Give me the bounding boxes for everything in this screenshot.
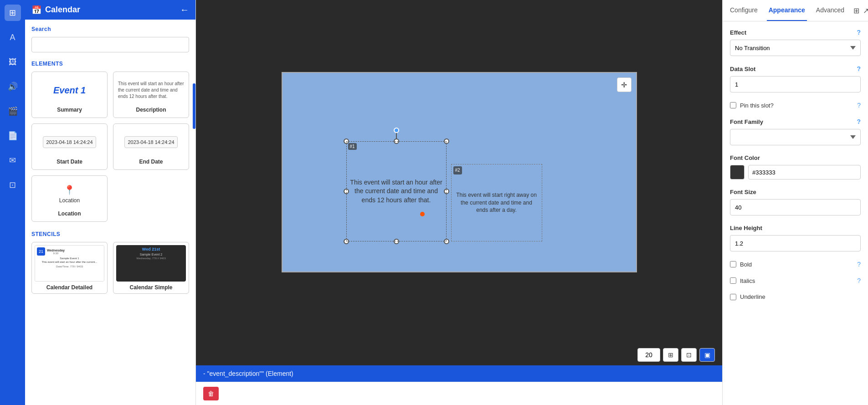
description-preview: This event will start an hour after the …	[118, 81, 184, 100]
selected-element[interactable]: #1 This event will start an hour after t…	[346, 141, 447, 241]
element-text-2: This event will start right away on the …	[456, 191, 537, 214]
bold-help-icon[interactable]: ?	[857, 261, 861, 268]
effect-help-icon[interactable]: ?	[857, 29, 861, 36]
sidebar: 📅 Calendar ← Search ELEMENTS Event 1 Sum…	[25, 0, 196, 405]
stencil-calendar-simple[interactable]: Wed 21st Sample Event 2 Wednesday, 778 /…	[113, 242, 189, 294]
pin-slot-help-icon[interactable]: ?	[857, 102, 861, 109]
delete-button[interactable]: 🗑	[203, 387, 219, 400]
icon-bar-page[interactable]: 📄	[5, 128, 21, 144]
pin-slot-row: Pin this slot? ?	[730, 102, 861, 109]
stencil-calendar-detailed[interactable]: 21 Wednesday 9:30 Sample Event 1This eve…	[31, 242, 108, 294]
stencils-grid: 21 Wednesday 9:30 Sample Event 1This eve…	[31, 242, 189, 294]
pin-slot-label: Pin this slot?	[740, 102, 853, 109]
italics-checkbox[interactable]	[730, 277, 736, 284]
search-input[interactable]	[31, 37, 189, 52]
tab-appearance[interactable]: Appearance	[767, 0, 807, 21]
location-preview: 📍 Location	[59, 185, 80, 204]
underline-label: Underline	[740, 293, 861, 300]
scroll-indicator	[193, 83, 195, 129]
grid-view-button[interactable]: ⊞	[663, 348, 678, 362]
pin-slot-checkbox[interactable]	[730, 102, 736, 108]
elements-grid: Event 1 Summary This event will start an…	[31, 72, 189, 222]
full-view-button[interactable]: ▣	[699, 348, 715, 362]
end-date-preview: 2023-04-18 14:24:24	[124, 136, 177, 148]
font-color-row	[730, 165, 861, 179]
element-end-date[interactable]: 2023-04-18 14:24:24 End Date	[113, 123, 189, 170]
move-handle[interactable]: ✛	[617, 77, 632, 92]
start-date-label: Start Date	[56, 159, 82, 165]
line-height-input[interactable]	[730, 235, 861, 251]
icon-bar-send[interactable]: ✉	[5, 152, 21, 169]
font-size-label: Font Size	[730, 189, 756, 195]
zoom-input[interactable]	[637, 348, 660, 362]
italics-label: Italics	[740, 277, 853, 284]
element-start-date[interactable]: 2023-04-18 14:24:24 Start Date	[31, 123, 108, 170]
font-size-input[interactable]	[730, 199, 861, 215]
font-family-select[interactable]	[730, 129, 861, 145]
selection-box	[346, 141, 447, 241]
element-summary[interactable]: Event 1 Summary	[31, 72, 108, 118]
data-slot-help-icon[interactable]: ?	[857, 65, 861, 72]
italics-help-icon[interactable]: ?	[857, 277, 861, 284]
font-color-swatch[interactable]	[730, 165, 745, 179]
status-text: - "event_description"" (Element)	[203, 370, 293, 377]
orange-dot	[420, 212, 425, 216]
canvas-bottom: ⊞ ⊡ ▣	[196, 344, 722, 365]
icon-bar: ⊞ A 🖼 🔊 🎬 📄 ✉ ⊡	[0, 0, 25, 405]
bold-checkbox[interactable]	[730, 261, 736, 267]
rotation-handle[interactable]	[394, 128, 399, 133]
element-location[interactable]: 📍 Location Location	[31, 175, 108, 222]
tab-configure[interactable]: Configure	[728, 0, 760, 21]
status-bar: - "event_description"" (Element)	[196, 365, 722, 382]
end-date-label: End Date	[139, 159, 163, 165]
right-tabs: Configure Appearance Advanced ⊞ ↗	[723, 0, 868, 21]
icon-bar-video[interactable]: 🎬	[5, 103, 21, 119]
description-label: Description	[136, 107, 166, 113]
stencil-calendar-detailed-label: Calendar Detailed	[35, 284, 104, 291]
panel-grid-icon[interactable]: ⊞	[853, 6, 859, 15]
main-area: ✛ #1 This event will start an hour after	[196, 0, 722, 405]
bold-row: Bold ?	[730, 261, 861, 268]
elements-title: ELEMENTS	[31, 61, 189, 67]
canvas[interactable]: ✛ #1 This event will start an hour after	[282, 72, 637, 272]
underline-row: Underline	[730, 293, 861, 300]
font-color-label: Font Color	[730, 154, 760, 161]
element-description[interactable]: This event will start an hour after the …	[113, 72, 189, 118]
sidebar-back-button[interactable]: ←	[180, 5, 189, 15]
summary-preview: Event 1	[53, 85, 86, 96]
data-slot-field: Data Slot ?	[730, 65, 861, 92]
font-family-field: Font Family ?	[730, 118, 861, 145]
font-size-field: Font Size	[730, 189, 861, 215]
search-label: Search	[31, 26, 189, 32]
bold-label: Bold	[740, 261, 853, 268]
calendar-icon: 📅	[31, 5, 41, 15]
icon-bar-audio[interactable]: 🔊	[5, 78, 21, 95]
icon-bar-grid[interactable]: ⊞	[5, 5, 21, 21]
data-slot-input[interactable]	[730, 76, 861, 92]
sidebar-title: Calendar	[45, 5, 80, 15]
italics-row: Italics ?	[730, 277, 861, 284]
font-color-field: Font Color	[730, 154, 861, 179]
icon-bar-text[interactable]: A	[5, 29, 21, 46]
stencil-calendar-simple-label: Calendar Simple	[116, 284, 186, 291]
canvas-wrapper: ✛ #1 This event will start an hour after	[196, 0, 722, 344]
effect-label: Effect	[730, 29, 746, 36]
panel-share-icon[interactable]: ↗	[863, 6, 868, 15]
icon-bar-image[interactable]: 🖼	[5, 54, 21, 70]
fit-view-button[interactable]: ⊡	[681, 348, 697, 362]
summary-label: Summary	[57, 107, 82, 113]
line-height-field: Line Height	[730, 225, 861, 251]
stencils-title: STENCILS	[31, 231, 189, 237]
effect-select[interactable]: No Transition Fade Slide	[730, 40, 861, 56]
font-family-help-icon[interactable]: ?	[857, 118, 861, 125]
delete-bar: 🗑	[196, 382, 722, 405]
right-panel-content: Effect ? No Transition Fade Slide Data S…	[723, 21, 868, 405]
font-color-input[interactable]	[748, 165, 861, 179]
tab-advanced[interactable]: Advanced	[814, 0, 846, 21]
icon-bar-layout[interactable]: ⊡	[5, 177, 21, 193]
secondary-element[interactable]: #2 This event will start right away on t…	[451, 164, 542, 241]
slot-label-2: #2	[453, 166, 462, 174]
font-family-label: Font Family	[730, 118, 763, 125]
underline-checkbox[interactable]	[730, 294, 736, 300]
location-label: Location	[58, 210, 81, 217]
